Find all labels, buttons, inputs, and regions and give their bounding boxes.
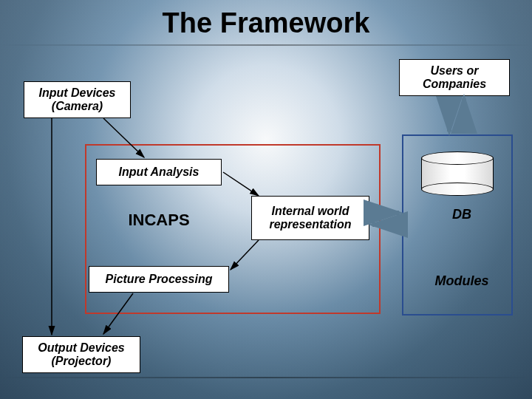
box-picture-processing-text: Picture Processing bbox=[106, 273, 213, 286]
cylinder-db bbox=[421, 151, 494, 196]
box-users-text: Users or Companies bbox=[423, 64, 486, 91]
box-incaps: INCAPS bbox=[111, 205, 207, 235]
box-users: Users or Companies bbox=[399, 59, 510, 96]
slide: The Framework Input Devices (Camera) Use… bbox=[0, 0, 532, 399]
divider-top bbox=[0, 44, 532, 46]
box-input-analysis: Input Analysis bbox=[96, 159, 222, 185]
box-input-devices-text: Input Devices (Camera) bbox=[38, 86, 115, 113]
box-internal-world-text: Internal world representation bbox=[269, 205, 351, 231]
label-db: DB bbox=[443, 207, 480, 222]
box-picture-processing: Picture Processing bbox=[89, 266, 229, 293]
box-incaps-text: INCAPS bbox=[128, 211, 189, 230]
box-internal-world: Internal world representation bbox=[251, 196, 369, 240]
box-input-analysis-text: Input Analysis bbox=[119, 166, 200, 179]
box-output-devices-text: Output Devices (Projector) bbox=[38, 341, 124, 368]
label-modules: Modules bbox=[429, 273, 495, 289]
slide-title: The Framework bbox=[0, 7, 532, 39]
box-output-devices: Output Devices (Projector) bbox=[22, 336, 140, 373]
divider-bottom bbox=[0, 377, 532, 378]
box-input-devices: Input Devices (Camera) bbox=[24, 81, 131, 118]
